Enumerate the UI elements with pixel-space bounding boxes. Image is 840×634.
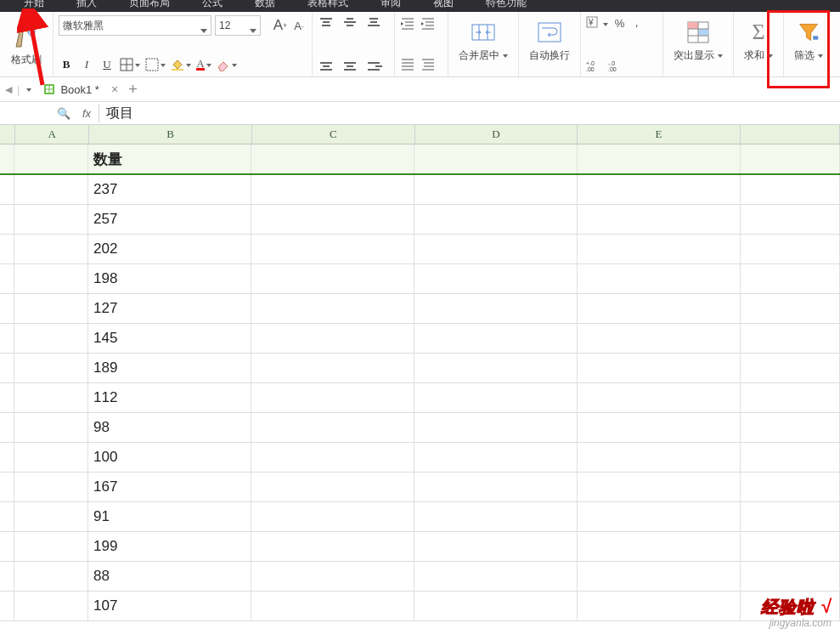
cell[interactable] — [14, 592, 88, 620]
prev-tab-caret[interactable]: ◀ — [5, 84, 12, 95]
cell[interactable] — [741, 354, 840, 382]
cell[interactable] — [578, 144, 741, 173]
cell[interactable] — [14, 383, 88, 412]
cell[interactable] — [578, 473, 741, 501]
cell[interactable] — [414, 562, 578, 591]
font-size-select[interactable]: 12 — [215, 15, 261, 36]
cell[interactable] — [741, 324, 840, 353]
cell[interactable] — [741, 205, 840, 234]
cell[interactable] — [414, 592, 578, 620]
cell[interactable] — [414, 473, 578, 501]
cell[interactable] — [251, 532, 414, 561]
cell[interactable] — [578, 294, 741, 323]
align-left-button[interactable] — [318, 59, 335, 73]
menu-special[interactable]: 特色功能 — [486, 0, 527, 10]
cell[interactable] — [741, 264, 840, 293]
new-tab-button[interactable]: + — [128, 81, 138, 99]
cell[interactable]: 167 — [88, 473, 251, 501]
cell[interactable] — [251, 383, 414, 412]
tab-dropdown[interactable] — [25, 83, 31, 96]
cell[interactable] — [14, 473, 88, 501]
cell[interactable] — [0, 144, 14, 173]
indent-dec-button[interactable] — [400, 15, 415, 32]
menu-view[interactable]: 视图 — [433, 0, 454, 10]
wrap-text-button[interactable]: 自动换行 — [524, 15, 575, 65]
cell[interactable] — [251, 473, 414, 501]
cell[interactable]: 145 — [88, 324, 251, 353]
cell[interactable] — [414, 383, 578, 412]
cell[interactable] — [14, 532, 88, 561]
comma-button[interactable]: ， — [631, 15, 642, 31]
dec-increase-button[interactable]: +.0.00 — [586, 59, 601, 73]
search-icon[interactable]: 🔍 — [53, 107, 75, 120]
close-tab-button[interactable]: × — [111, 82, 118, 96]
align-middle-button[interactable] — [341, 15, 358, 29]
cell[interactable] — [251, 144, 414, 173]
cell[interactable] — [578, 235, 741, 263]
col-header-d[interactable]: D — [415, 125, 578, 144]
cell[interactable] — [251, 235, 414, 263]
cell[interactable] — [0, 383, 14, 412]
cell[interactable] — [0, 592, 14, 620]
cell[interactable] — [741, 413, 840, 442]
cell[interactable] — [741, 294, 840, 323]
menu-insert[interactable]: 插入 — [76, 0, 97, 10]
cell[interactable]: 237 — [88, 175, 251, 204]
cell[interactable] — [578, 383, 741, 412]
cell[interactable] — [251, 324, 414, 353]
cell[interactable]: 107 — [88, 592, 251, 620]
menu-data[interactable]: 数据 — [255, 0, 275, 10]
cell[interactable]: 189 — [88, 354, 251, 382]
fx-button[interactable]: fx — [75, 107, 99, 120]
indent-inc2-button[interactable] — [420, 56, 436, 73]
dec-decrease-button[interactable]: -.0.00 — [608, 59, 623, 73]
cell[interactable] — [251, 205, 414, 234]
cell[interactable] — [741, 502, 840, 531]
font-name-select[interactable]: 微软雅黑 — [59, 15, 211, 36]
cell[interactable] — [414, 354, 578, 382]
cell[interactable] — [251, 592, 414, 620]
merge-center-button[interactable]: 合并居中 — [454, 15, 513, 65]
cell[interactable]: 100 — [88, 443, 251, 472]
cell[interactable] — [251, 264, 414, 293]
border-style-button[interactable] — [145, 56, 166, 73]
col-header-c[interactable]: C — [252, 125, 415, 144]
cell[interactable] — [578, 324, 741, 353]
indent-inc-button[interactable] — [420, 15, 436, 32]
clear-format-button[interactable] — [217, 56, 237, 73]
cell[interactable] — [414, 205, 578, 234]
cell[interactable] — [414, 175, 578, 204]
formula-input[interactable]: 项目 — [99, 105, 840, 122]
cell[interactable] — [0, 532, 14, 561]
cell[interactable] — [14, 502, 88, 531]
align-right-button[interactable] — [365, 59, 382, 73]
cell[interactable] — [414, 264, 578, 293]
cell[interactable]: 257 — [88, 205, 251, 234]
cell[interactable]: 199 — [88, 532, 251, 561]
cell[interactable] — [0, 324, 14, 353]
cell[interactable]: 88 — [88, 562, 251, 591]
menu-formula[interactable]: 公式 — [202, 0, 223, 10]
cell[interactable] — [0, 235, 14, 263]
cell[interactable] — [251, 502, 414, 531]
cell[interactable] — [14, 324, 88, 353]
fill-color-button[interactable] — [171, 56, 191, 73]
cell[interactable] — [578, 592, 741, 620]
col-header-e[interactable]: E — [578, 125, 741, 144]
font-color-button[interactable]: A — [196, 56, 211, 73]
cell[interactable] — [414, 294, 578, 323]
cell[interactable] — [251, 294, 414, 323]
cell[interactable]: 98 — [88, 413, 251, 442]
cell[interactable] — [578, 443, 741, 472]
align-center-button[interactable] — [341, 59, 358, 73]
cell[interactable] — [0, 264, 14, 293]
cell[interactable] — [0, 502, 14, 531]
cell[interactable] — [578, 205, 741, 234]
cell[interactable] — [414, 413, 578, 442]
cell[interactable] — [251, 443, 414, 472]
cell[interactable] — [14, 443, 88, 472]
doc-tab-book1[interactable]: Book1 * — [37, 78, 106, 100]
cell[interactable] — [14, 562, 88, 591]
cell[interactable] — [14, 354, 88, 382]
format-painter-button[interactable]: 格式刷 — [6, 20, 47, 69]
